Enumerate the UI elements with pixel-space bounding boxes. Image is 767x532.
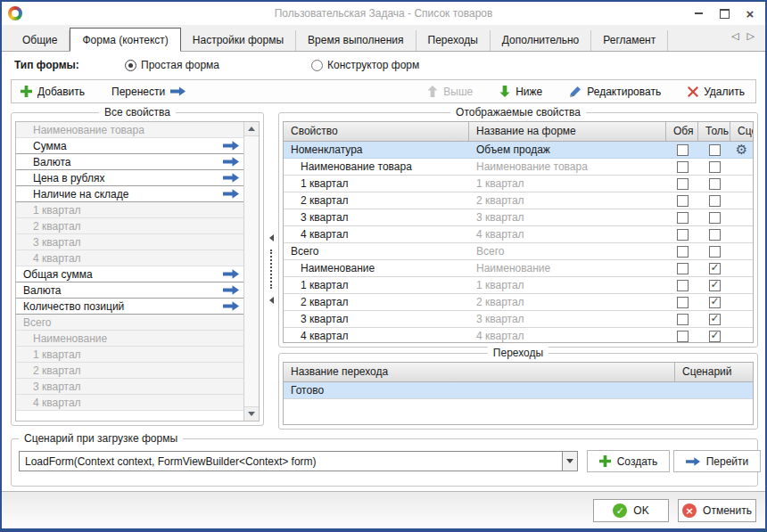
column-header-readonly[interactable]: Толь	[698, 122, 730, 141]
maximize-button[interactable]	[718, 7, 730, 20]
displayed-property-row[interactable]: 1 квартал1 квартал	[284, 176, 753, 192]
required-checkbox[interactable]	[677, 297, 689, 308]
required-checkbox[interactable]	[677, 331, 689, 342]
tab-Дополнительно[interactable]: Дополнительно	[491, 30, 591, 51]
column-header-transition-scenario[interactable]: Сценарий	[674, 363, 753, 381]
tab-scroll-right-icon[interactable]: ▷	[747, 30, 755, 42]
all-properties-item[interactable]: Валюта	[16, 154, 243, 170]
displayed-property-row[interactable]: 3 квартал3 квартал	[284, 311, 753, 328]
column-header-required[interactable]: Обя	[666, 122, 698, 141]
all-properties-item[interactable]: 4 квартал	[16, 250, 243, 266]
scroll-up-icon[interactable]	[244, 122, 259, 136]
move-right-arrow-icon[interactable]	[223, 269, 239, 279]
close-button[interactable]: ×	[744, 7, 756, 20]
move-right-arrow-icon[interactable]	[223, 301, 239, 311]
readonly-checkbox[interactable]	[709, 195, 721, 207]
all-properties-item[interactable]: Цена в рублях	[16, 170, 243, 186]
splitter-handle[interactable]	[270, 250, 272, 289]
required-checkbox[interactable]	[677, 314, 689, 325]
all-properties-item[interactable]: Количество позиций	[16, 299, 243, 315]
all-properties-item[interactable]: 3 квартал	[16, 234, 243, 250]
tab-Переходы[interactable]: Переходы	[416, 30, 491, 51]
displayed-property-row[interactable]: НаименованиеНаименование	[284, 260, 753, 277]
all-properties-item[interactable]: Валюта	[16, 282, 243, 299]
minimize-button[interactable]	[692, 7, 705, 20]
required-checkbox[interactable]	[677, 263, 689, 274]
tab-scroll-left-icon[interactable]: ◁	[731, 30, 738, 42]
displayed-property-row[interactable]: 2 квартал2 квартал	[284, 294, 753, 311]
all-properties-item[interactable]: Всего	[16, 315, 243, 331]
all-properties-item[interactable]: 1 квартал	[16, 347, 243, 363]
transition-row[interactable]: Готово	[284, 382, 753, 399]
move-right-arrow-icon[interactable]	[223, 189, 239, 199]
readonly-checkbox[interactable]	[709, 246, 721, 258]
cancel-button[interactable]: × Отменить	[678, 499, 756, 522]
displayed-property-row[interactable]: НоменклатураОбъем продаж⚙	[284, 142, 753, 159]
all-properties-item[interactable]: Общая сумма	[16, 266, 243, 282]
move-right-arrow-icon[interactable]	[223, 285, 239, 295]
tab-Регламент[interactable]: Регламент	[591, 30, 668, 51]
move-right-arrow-icon[interactable]	[223, 157, 239, 167]
displayed-property-row[interactable]: 4 квартал4 квартал	[284, 328, 753, 343]
readonly-checkbox[interactable]	[709, 280, 721, 291]
tab-Настройки формы[interactable]: Настройки формы	[181, 30, 296, 51]
collapse-left-icon[interactable]	[269, 234, 274, 241]
readonly-checkbox[interactable]	[709, 212, 721, 224]
edit-button[interactable]: Редактировать	[569, 86, 661, 98]
required-checkbox[interactable]	[677, 229, 689, 241]
panel-splitter[interactable]	[266, 112, 276, 426]
readonly-checkbox[interactable]	[709, 229, 721, 241]
all-properties-item[interactable]: 4 квартал	[16, 395, 243, 411]
move-button[interactable]: Перенести	[111, 86, 186, 98]
move-down-button[interactable]: Ниже	[499, 86, 542, 98]
required-checkbox[interactable]	[677, 246, 689, 258]
displayed-property-row[interactable]: 4 квартал4 квартал	[284, 226, 753, 243]
scrollbar-vertical[interactable]	[243, 122, 259, 421]
readonly-checkbox[interactable]	[709, 178, 721, 190]
tab-Общие[interactable]: Общие	[11, 30, 70, 51]
gear-icon[interactable]: ⚙	[736, 143, 747, 157]
required-checkbox[interactable]	[677, 280, 689, 291]
combobox-dropdown-icon[interactable]	[562, 452, 577, 471]
create-script-button[interactable]: Создать	[587, 450, 670, 472]
all-properties-item[interactable]: 3 квартал	[16, 379, 243, 395]
radio-form-constructor[interactable]: Конструктор форм	[311, 52, 419, 78]
scroll-down-icon[interactable]	[244, 406, 259, 421]
displayed-property-row[interactable]: 3 квартал3 квартал	[284, 209, 753, 226]
move-right-arrow-icon[interactable]	[223, 173, 239, 183]
readonly-checkbox[interactable]	[709, 161, 721, 173]
move-up-button[interactable]: Выше	[427, 86, 473, 98]
column-header-form-name[interactable]: Название на форме	[469, 122, 666, 141]
ok-button[interactable]: ✓ OK	[593, 499, 669, 522]
collapse-left-icon[interactable]	[269, 297, 274, 304]
required-checkbox[interactable]	[677, 195, 689, 207]
all-properties-item[interactable]: Сумма	[16, 138, 243, 154]
all-properties-item[interactable]: Наименование	[16, 331, 243, 347]
displayed-property-row[interactable]: Наименование товараНаименование товара	[284, 159, 753, 176]
tab-Время выполнения[interactable]: Время выполнения	[296, 30, 416, 51]
displayed-property-row[interactable]: 2 квартал2 квартал	[284, 192, 753, 209]
readonly-checkbox[interactable]	[709, 144, 721, 156]
displayed-property-row[interactable]: ВсегоВсего	[284, 243, 753, 260]
column-header-scenario[interactable]: Сцен	[730, 122, 753, 141]
tab-Форма (контекст)[interactable]: Форма (контекст)	[70, 28, 180, 52]
required-checkbox[interactable]	[677, 178, 689, 190]
required-checkbox[interactable]	[677, 161, 689, 173]
delete-button[interactable]: Удалить	[688, 86, 745, 98]
column-header-property[interactable]: Свойство	[284, 122, 469, 141]
readonly-checkbox[interactable]	[709, 331, 721, 342]
move-right-arrow-icon[interactable]	[223, 141, 239, 151]
readonly-checkbox[interactable]	[709, 263, 721, 274]
add-button[interactable]: Добавить	[21, 86, 85, 98]
all-properties-item[interactable]: Наименование товара	[16, 122, 243, 138]
displayed-property-row[interactable]: 1 квартал1 квартал	[284, 277, 753, 294]
required-checkbox[interactable]	[677, 212, 689, 224]
column-header-transition-name[interactable]: Название перехода	[284, 363, 674, 381]
all-properties-item[interactable]: 1 квартал	[16, 202, 243, 218]
all-properties-item[interactable]: Наличие на складе	[16, 186, 243, 202]
readonly-checkbox[interactable]	[709, 297, 721, 308]
readonly-checkbox[interactable]	[709, 314, 721, 325]
load-script-combobox[interactable]: LoadForm(Context context, FormViewBuilde…	[19, 451, 578, 471]
all-properties-item[interactable]: 2 квартал	[16, 363, 243, 379]
goto-script-button[interactable]: Перейти	[673, 450, 761, 472]
